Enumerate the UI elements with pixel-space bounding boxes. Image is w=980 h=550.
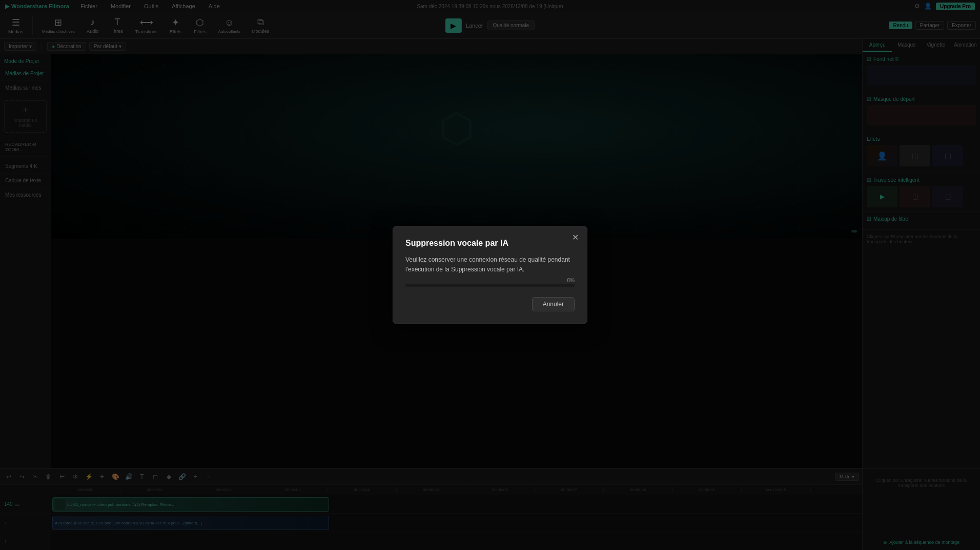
modal-body: Veuillez conserver une connexion réseau … [405,255,575,274]
modal-close-button[interactable]: ✕ [569,231,581,243]
modal-title: Suppression vocale par IA [405,239,575,248]
modal-suppression-vocale: ✕ Suppression vocale par IA Veuillez con… [393,226,587,324]
progress-container: 0% [405,284,575,287]
progress-bar-background [405,284,575,287]
modal-overlay: ✕ Suppression vocale par IA Veuillez con… [0,0,980,550]
progress-percent-label: 0% [567,278,575,283]
progress-wrapper: 0% [405,284,575,287]
modal-footer: Annuler [405,297,575,311]
close-icon: ✕ [572,232,579,242]
cancel-button[interactable]: Annuler [532,297,575,311]
